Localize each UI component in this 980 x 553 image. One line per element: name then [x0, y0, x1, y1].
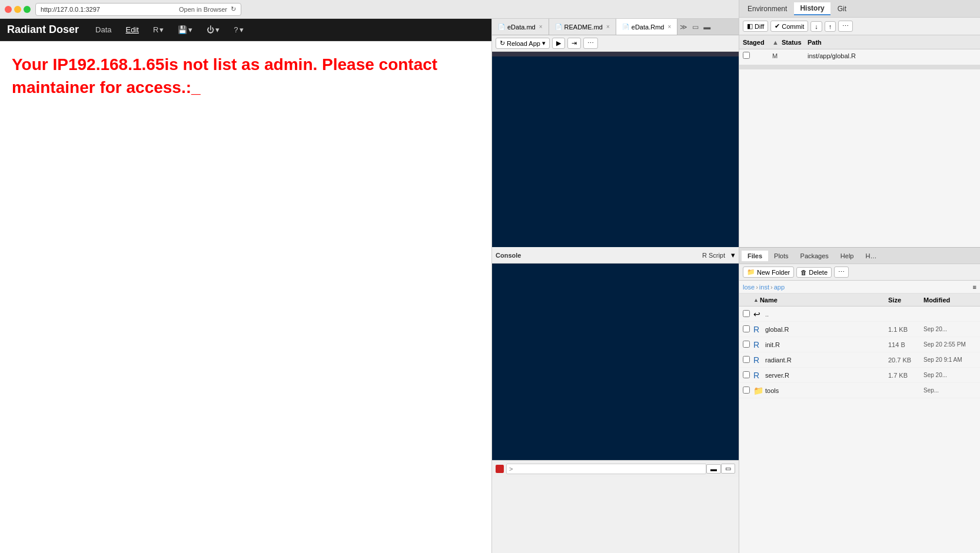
- files-tab-plots[interactable]: Plots: [768, 251, 794, 261]
- breadcrumb-lose[interactable]: lose: [743, 284, 755, 291]
- console-toolbar: Console R Script ▾: [492, 247, 739, 264]
- tab-readme-md[interactable]: 📄 README.md ×: [549, 19, 616, 35]
- file-row-serverr[interactable]: R server.R 1.7 KB Sep 20...: [739, 368, 980, 383]
- name-sort-icon[interactable]: ▲: [753, 297, 759, 303]
- file-name-server: server.R: [765, 372, 888, 379]
- files-tab-more[interactable]: H…: [859, 251, 882, 261]
- file-mod-server: Sep 20...: [923, 372, 976, 378]
- file-check-tools[interactable]: [743, 387, 753, 395]
- file-check-radiant[interactable]: [743, 356, 753, 364]
- app-logo: Radiant Doser: [7, 24, 79, 36]
- file-icon: 📄: [498, 24, 505, 30]
- files-panel: Files Plots Packages Help H… 📁 New Folde…: [739, 247, 980, 553]
- breadcrumb-app[interactable]: app: [774, 284, 785, 291]
- file-check-server[interactable]: [743, 371, 753, 379]
- tab-expand-btn[interactable]: ▭: [690, 22, 701, 32]
- diff-button[interactable]: ◧ Diff: [743, 21, 768, 32]
- console-maximize-btn[interactable]: ▭: [721, 464, 735, 474]
- commit-button[interactable]: ✔ Commit: [770, 21, 808, 32]
- file-mod-global: Sep 20...: [923, 326, 976, 332]
- git-push-button[interactable]: ↑: [825, 21, 836, 32]
- console-bottom-bar: ▬ ▭: [492, 460, 739, 477]
- files-tab-files[interactable]: Files: [742, 251, 768, 261]
- breadcrumb-more[interactable]: ≡: [973, 284, 976, 291]
- file-size-global: 1.1 KB: [888, 326, 923, 333]
- git-scrollbar[interactable]: [739, 65, 980, 69]
- more-icon: ⋯: [838, 268, 845, 276]
- shiny-app-panel: Radiant Doser Data Edit R ▾ 💾 ▾ ⏻ ▾ ? ▾ …: [0, 19, 492, 553]
- more-button[interactable]: ⋯: [834, 266, 849, 278]
- col-mod-header: Modified: [923, 297, 976, 304]
- git-tab-environment[interactable]: Environment: [742, 3, 793, 15]
- editor-more-button[interactable]: ⋯: [583, 38, 598, 49]
- git-pull-button[interactable]: ↓: [810, 21, 822, 32]
- window-controls: [5, 6, 31, 13]
- file-row-globalr[interactable]: R global.R 1.1 KB Sep 20...: [739, 322, 980, 337]
- tab-edata-md[interactable]: 📄 eData.md ×: [492, 19, 549, 35]
- folder-up-icon: ↩: [753, 309, 765, 319]
- push-icon: ↑: [829, 23, 832, 30]
- tab-close-readme[interactable]: ×: [606, 24, 610, 30]
- git-more-button[interactable]: ⋯: [838, 21, 853, 32]
- commit-label: Commit: [782, 23, 804, 30]
- git-staged-checkbox[interactable]: [743, 52, 772, 60]
- tab-close-edata-md[interactable]: ×: [539, 24, 543, 30]
- breadcrumb-inst[interactable]: inst: [759, 284, 769, 291]
- file-mod-radiant: Sep 20 9:1 AM: [923, 357, 976, 363]
- commit-icon: ✔: [775, 22, 780, 30]
- nav-data[interactable]: Data: [91, 24, 116, 35]
- git-tab-git[interactable]: Git: [832, 3, 852, 15]
- tab-close-rmd[interactable]: ×: [667, 24, 671, 30]
- nav-edit[interactable]: Edit: [121, 24, 144, 35]
- files-tab-help[interactable]: Help: [835, 251, 860, 261]
- file-size-server: 1.7 KB: [888, 372, 923, 379]
- url-bar[interactable]: http://127.0.0.1:3297 Open in Browser ↻: [35, 3, 241, 16]
- close-dot[interactable]: [5, 6, 12, 13]
- maximize-dot[interactable]: [24, 6, 31, 13]
- files-breadcrumb: lose › inst › app ≡: [739, 281, 980, 294]
- tab-edata-rmd[interactable]: 📄 eData.Rmd ×: [616, 19, 677, 35]
- nav-help-chevron: ▾: [240, 25, 244, 34]
- open-in-browser-link[interactable]: Open in Browser: [179, 6, 227, 13]
- file-mod-tools: Sep...: [923, 387, 976, 394]
- source-icon: ⇥: [572, 39, 577, 47]
- editor-source-button[interactable]: ⇥: [567, 38, 581, 49]
- script-type-label: R Script: [699, 251, 729, 260]
- file-check-parent[interactable]: [743, 310, 753, 318]
- nav-power[interactable]: ⏻ ▾: [202, 24, 224, 35]
- delete-button[interactable]: 🗑 Delete: [796, 267, 832, 278]
- tab-overflow-btn[interactable]: ≫: [677, 22, 690, 32]
- console-minimize-btn[interactable]: ▬: [706, 464, 721, 474]
- status-sort-icon[interactable]: ▲: [772, 39, 779, 46]
- r-file-icon-server: R: [753, 371, 765, 380]
- editor-code-area[interactable]: [492, 52, 739, 247]
- new-folder-label: New Folder: [757, 269, 790, 276]
- reload-icon[interactable]: ↻: [231, 5, 236, 13]
- run-icon: ▶: [556, 39, 561, 47]
- file-name-parent: ..: [765, 311, 888, 318]
- git-tab-history[interactable]: History: [794, 2, 830, 15]
- editor-scrollbar[interactable]: [492, 52, 739, 56]
- file-row-parent[interactable]: ↩ ..: [739, 307, 980, 322]
- minimize-dot[interactable]: [14, 6, 21, 13]
- tab-minimize-btn[interactable]: ▬: [701, 22, 713, 32]
- new-folder-button[interactable]: 📁 New Folder: [743, 266, 794, 278]
- files-tab-packages[interactable]: Packages: [795, 251, 835, 261]
- stop-button[interactable]: [496, 465, 504, 473]
- editor-run-button[interactable]: ▶: [552, 38, 565, 49]
- reload-app-button[interactable]: ↻ Reload App ▾: [496, 38, 550, 49]
- nav-save[interactable]: 💾 ▾: [173, 24, 197, 35]
- console-input[interactable]: [506, 464, 706, 474]
- git-file-row[interactable]: M inst/app/global.R: [739, 49, 980, 62]
- col-staged-header: Staged: [743, 39, 772, 46]
- nav-help[interactable]: ? ▾: [229, 24, 248, 35]
- nav-r[interactable]: R ▾: [148, 24, 168, 35]
- file-row-tools[interactable]: 📁 tools Sep...: [739, 383, 980, 398]
- file-check-global[interactable]: [743, 325, 753, 334]
- file-size-init: 114 B: [888, 341, 923, 348]
- col-status-header: ▲ Status: [772, 39, 808, 46]
- editor-area: ↻ Reload App ▾ ▶ ⇥ ⋯: [492, 35, 739, 247]
- file-check-init[interactable]: [743, 341, 753, 349]
- file-row-initr[interactable]: R init.R 114 B Sep 20 2:55 PM: [739, 337, 980, 352]
- file-row-radiantr[interactable]: R radiant.R 20.7 KB Sep 20 9:1 AM: [739, 352, 980, 368]
